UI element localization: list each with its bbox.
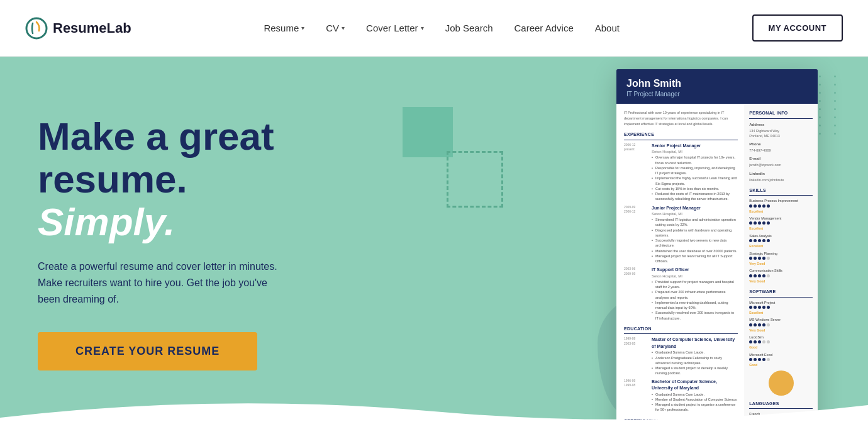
resume-main-column: IT Professional with over 10 years of ex…: [616, 104, 744, 429]
sidebar-software-title: Software: [749, 289, 813, 298]
nav-item-job-search[interactable]: Job Search: [437, 18, 502, 38]
hero-highlight: Simply.: [38, 200, 175, 243]
nav-item-about[interactable]: About: [586, 18, 628, 38]
resume-job-1: 2006-12 present Senior Project Manager S…: [624, 143, 738, 202]
deco-square-top: [403, 107, 453, 157]
resume-job-title: IT Project Manager: [626, 91, 808, 98]
chevron-down-icon: ▾: [301, 25, 304, 31]
sidebar-skills-title: Skills: [749, 187, 813, 196]
resume-section-education: Education: [624, 326, 738, 335]
resume-preview: John Smith IT Project Manager IT Profess…: [616, 69, 818, 429]
logo-text: ResumeLab: [53, 20, 131, 36]
logo[interactable]: ResumeLab: [25, 17, 131, 40]
resume-edu-1: 1999-09 2003-05 Master of Computer Scien…: [624, 337, 738, 376]
resume-sidebar-column: Personal Info Address 134 Rightward WayP…: [744, 104, 818, 429]
main-nav: Resume ▾ CV ▾ Cover Letter ▾ Job Search …: [255, 18, 628, 38]
my-account-button[interactable]: MY ACCOUNT: [752, 14, 843, 42]
header: ResumeLab Resume ▾ CV ▾ Cover Letter ▾ J…: [0, 0, 868, 57]
nav-item-resume[interactable]: Resume ▾: [255, 18, 313, 38]
hero-subtitle: Create a powerful resume and cover lette…: [38, 259, 289, 307]
hero-wave: [0, 393, 868, 429]
resume-card: John Smith IT Project Manager IT Profess…: [616, 69, 818, 429]
deco-square-outline: [447, 151, 503, 208]
chevron-down-icon: ▾: [421, 25, 424, 31]
resume-summary: IT Professional with over 10 years of ex…: [624, 110, 738, 126]
hero-title: Make a great resume. Simply.: [38, 115, 289, 244]
hero-section: // Will be rendered inline below Make a …: [0, 57, 868, 429]
hero-content: Make a great resume. Simply. Create a po…: [0, 115, 327, 370]
chevron-down-icon: ▾: [342, 25, 345, 31]
logo-icon: [25, 17, 48, 40]
resume-body: IT Professional with over 10 years of ex…: [616, 104, 818, 429]
sidebar-personal-info-title: Personal Info: [749, 110, 813, 119]
create-resume-button[interactable]: CREATE YOUR RESUME: [38, 332, 257, 370]
resume-name: John Smith: [626, 78, 808, 89]
nav-item-cover-letter[interactable]: Cover Letter ▾: [357, 18, 433, 38]
resume-section-experience: Experience: [624, 131, 738, 140]
resume-header: John Smith IT Project Manager: [616, 69, 818, 104]
skill-chart: [769, 370, 794, 396]
resume-job-3: 2003-06 2009-09 IT Support Officer Seton…: [624, 267, 738, 321]
nav-item-cv[interactable]: CV ▾: [317, 18, 353, 38]
resume-job-2: 2009-09 2006-12 Junior Project Manager S…: [624, 205, 738, 264]
nav-item-career-advice[interactable]: Career Advice: [506, 18, 582, 38]
